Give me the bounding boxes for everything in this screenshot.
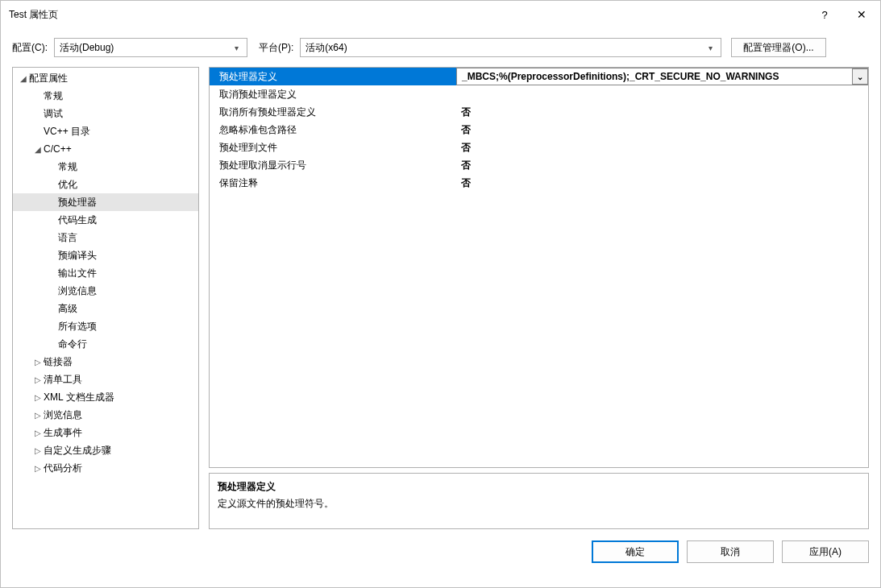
tree-item[interactable]: ▷浏览信息: [13, 406, 198, 424]
tree-item[interactable]: ◢VC++ 目录: [13, 122, 198, 140]
description-panel: 预处理器定义 定义源文件的预处理符号。: [209, 473, 869, 529]
description-text: 定义源文件的预处理符号。: [218, 497, 860, 511]
property-value-text: _MBCS;%(PreprocessorDefinitions);_CRT_SE…: [462, 71, 779, 82]
tree-item-label: C/C++: [44, 143, 72, 155]
tree-item-label: 高级: [58, 302, 77, 316]
chevron-right-icon[interactable]: ▷: [32, 464, 44, 473]
tree-item[interactable]: ◢C/C++: [13, 140, 198, 158]
chevron-right-icon[interactable]: ▷: [32, 358, 44, 366]
grid-row[interactable]: 保留注释否: [210, 174, 868, 192]
tree-item-label: 语言: [58, 231, 77, 245]
tree-item-label: 自定义生成步骤: [44, 444, 111, 458]
chevron-down-icon: ⌄: [857, 72, 863, 81]
dropdown-button[interactable]: ⌄: [852, 68, 868, 85]
property-name: 预处理器定义: [210, 68, 456, 85]
property-value[interactable]: 否: [456, 156, 868, 174]
close-button[interactable]: ✕: [843, 2, 880, 27]
tree-item[interactable]: ◢语言: [13, 229, 198, 246]
tree-item-label: 生成事件: [44, 426, 82, 440]
tree-item-label: 常规: [44, 89, 63, 103]
tree-item[interactable]: ▷XML 文档生成器: [13, 388, 198, 406]
property-value-text: 否: [461, 123, 471, 137]
property-name: 忽略标准包含路径: [210, 121, 456, 139]
tree-item-label: 代码生成: [58, 213, 97, 227]
tree-item[interactable]: ◢预处理器: [13, 193, 198, 211]
tree-item[interactable]: ◢高级: [13, 300, 198, 317]
apply-button[interactable]: 应用(A): [782, 540, 869, 563]
grid-row[interactable]: 预处理到文件否: [210, 139, 868, 156]
property-grid[interactable]: 预处理器定义_MBCS;%(PreprocessorDefinitions);_…: [209, 67, 869, 468]
tree-item[interactable]: ◢调试: [13, 105, 198, 122]
property-name: 保留注释: [210, 174, 456, 192]
config-select[interactable]: 活动(Debug) ▾: [54, 38, 247, 57]
tree-item-label: 浏览信息: [44, 408, 82, 422]
tree-item[interactable]: ◢常规: [13, 158, 198, 176]
tree-item[interactable]: ▷生成事件: [13, 424, 198, 441]
tree-item[interactable]: ◢输出文件: [13, 264, 198, 282]
grid-row[interactable]: 取消预处理器定义: [210, 85, 868, 103]
tree-item-label: 所有选项: [58, 320, 97, 333]
window-title: Test 属性页: [9, 8, 806, 22]
tree-item[interactable]: ◢优化: [13, 176, 198, 193]
chevron-right-icon[interactable]: ▷: [32, 446, 44, 455]
cancel-button[interactable]: 取消: [687, 540, 774, 563]
tree-item[interactable]: ▷清单工具: [13, 371, 198, 388]
close-icon: ✕: [857, 8, 866, 21]
property-value-text: 否: [461, 176, 471, 190]
grid-row[interactable]: 预处理器定义_MBCS;%(PreprocessorDefinitions);_…: [210, 68, 868, 85]
chevron-down-icon: ▾: [704, 43, 716, 52]
property-value-text: 否: [461, 106, 471, 119]
chevron-down-icon: ▾: [231, 43, 242, 52]
tree-item-label: 调试: [44, 107, 63, 121]
property-value-text: 否: [461, 141, 471, 155]
help-button[interactable]: ?: [806, 2, 843, 27]
right-panel: 预处理器定义_MBCS;%(PreprocessorDefinitions);_…: [209, 67, 869, 529]
property-name: 取消所有预处理器定义: [210, 103, 456, 121]
tree-item-label: VC++ 目录: [44, 125, 90, 139]
chevron-down-icon[interactable]: ◢: [32, 145, 44, 154]
property-value-text: 否: [461, 159, 471, 172]
chevron-right-icon[interactable]: ▷: [32, 411, 44, 420]
tree-item[interactable]: ◢所有选项: [13, 317, 198, 335]
tree-item-label: 预编译头: [58, 249, 97, 263]
tree-item-label: 预处理器: [58, 196, 97, 209]
chevron-down-icon[interactable]: ◢: [18, 74, 29, 83]
chevron-right-icon[interactable]: ▷: [32, 429, 44, 437]
grid-row[interactable]: 预处理取消显示行号否: [210, 156, 868, 174]
main-area: ◢配置属性◢常规◢调试◢VC++ 目录◢C/C++◢常规◢优化◢预处理器◢代码生…: [1, 67, 880, 529]
platform-select[interactable]: 活动(x64) ▾: [300, 38, 721, 57]
property-name: 预处理到文件: [210, 139, 456, 156]
grid-row[interactable]: 取消所有预处理器定义否: [210, 103, 868, 121]
platform-label: 平台(P):: [259, 41, 293, 55]
chevron-right-icon[interactable]: ▷: [32, 393, 44, 402]
tree-item-label: 浏览信息: [58, 284, 97, 298]
tree-item[interactable]: ▷链接器: [13, 353, 198, 371]
tree-item[interactable]: ▷代码分析: [13, 459, 198, 477]
property-value[interactable]: 否: [456, 174, 868, 192]
tree-item[interactable]: ◢常规: [13, 87, 198, 105]
property-value[interactable]: 否: [456, 121, 868, 139]
titlebar: Test 属性页 ? ✕: [1, 1, 880, 28]
ok-button[interactable]: 确定: [592, 540, 679, 563]
tree-item[interactable]: ◢预编译头: [13, 246, 198, 264]
property-name: 取消预处理器定义: [210, 85, 456, 103]
config-label: 配置(C):: [12, 41, 48, 55]
property-value[interactable]: _MBCS;%(PreprocessorDefinitions);_CRT_SE…: [456, 68, 868, 85]
tree-item[interactable]: ◢配置属性: [13, 69, 198, 87]
tree-item[interactable]: ▷自定义生成步骤: [13, 441, 198, 459]
cancel-label: 取消: [721, 545, 740, 559]
platform-select-value: 活动(x64): [305, 41, 704, 55]
property-value[interactable]: 否: [456, 139, 868, 156]
property-name: 预处理取消显示行号: [210, 156, 456, 174]
chevron-right-icon[interactable]: ▷: [32, 375, 44, 384]
config-manager-button[interactable]: 配置管理器(O)...: [731, 38, 825, 57]
tree-item-label: 常规: [58, 160, 77, 174]
tree-item[interactable]: ◢命令行: [13, 335, 198, 353]
tree-item[interactable]: ◢浏览信息: [13, 282, 198, 300]
property-value[interactable]: [456, 85, 868, 103]
nav-tree[interactable]: ◢配置属性◢常规◢调试◢VC++ 目录◢C/C++◢常规◢优化◢预处理器◢代码生…: [12, 67, 199, 529]
property-value[interactable]: 否: [456, 103, 868, 121]
grid-row[interactable]: 忽略标准包含路径否: [210, 121, 868, 139]
tree-item-label: 清单工具: [44, 373, 82, 387]
tree-item[interactable]: ◢代码生成: [13, 211, 198, 229]
